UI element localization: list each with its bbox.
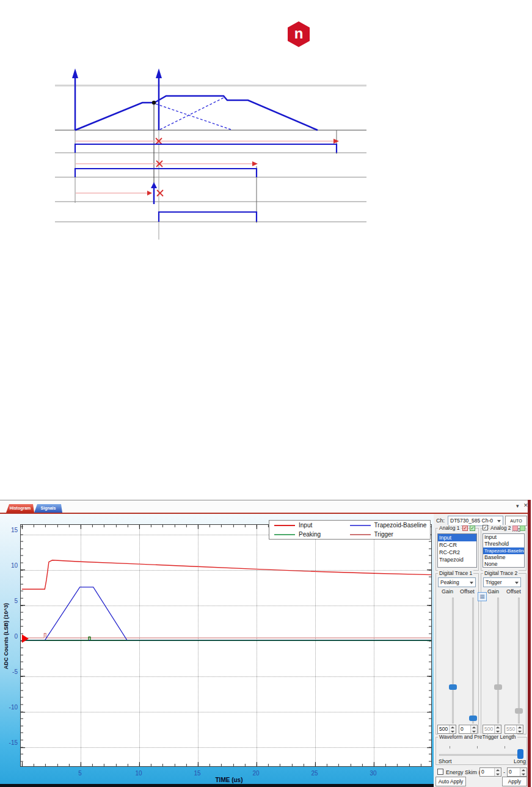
x-tick-label: 5: [73, 770, 87, 777]
gain1-slider-thumb[interactable]: [449, 684, 457, 690]
list-item[interactable]: Input: [483, 534, 524, 541]
spin-down-icon[interactable]: [471, 730, 477, 734]
list-item[interactable]: RC-CR2: [438, 549, 476, 556]
offset2-slider-track[interactable]: [518, 598, 520, 723]
channel-label: Ch:: [436, 518, 445, 524]
offset1-spinbox[interactable]: 0: [459, 725, 478, 734]
spinner-arrows[interactable]: [449, 725, 456, 733]
list-item[interactable]: Input: [438, 534, 476, 541]
plot-bottom-border: [0, 784, 434, 787]
energy-from-spinbox[interactable]: 0: [479, 767, 501, 777]
analog2-listbox: Input Threshold Trapezoid-Baseline Basel…: [483, 533, 525, 568]
list-item[interactable]: Threshold: [483, 541, 524, 547]
trigger-position-marker: [22, 634, 29, 643]
digital-trace1-value: Peaking: [440, 579, 459, 585]
offset-label: Offset: [506, 588, 521, 595]
legend-entry-peaking: Peaking: [269, 531, 345, 538]
y-tick-label: 10: [3, 562, 18, 569]
gain1-spinbox[interactable]: 500: [437, 725, 456, 734]
minimize-icon[interactable]: ▾: [516, 503, 519, 509]
offset1-slider-thumb[interactable]: [469, 716, 477, 721]
trace-input: [22, 560, 431, 589]
spin-down-icon[interactable]: [495, 730, 501, 734]
analog1-listbox: Input RC-CR RC-CR2 Trapezoid: [437, 533, 477, 568]
spinner-arrows[interactable]: [494, 768, 501, 776]
offset2-slider-thumb[interactable]: [515, 708, 523, 714]
logo-letter: n: [294, 25, 304, 42]
pretrigger-slider-track[interactable]: [439, 754, 523, 756]
plot-legend: Input Trapezoid-Baseline Peaking Trigger: [269, 520, 431, 540]
spin-down-icon[interactable]: [517, 730, 523, 734]
spinner-arrows[interactable]: [470, 725, 477, 733]
auto-apply-button[interactable]: Auto Apply: [435, 777, 466, 786]
offset2-spinbox[interactable]: 550: [505, 725, 523, 734]
tab-histogram[interactable]: Histogram: [6, 504, 34, 513]
y-tick-label: -15: [3, 739, 18, 746]
x-tick-label: 30: [366, 770, 380, 777]
pretrigger-slider-thumb[interactable]: [517, 749, 523, 759]
signal-traces: [21, 525, 431, 766]
energy-range-separator: -: [503, 769, 505, 775]
gate1-measure-line: [76, 138, 339, 144]
list-item[interactable]: Trapezoid: [438, 556, 476, 563]
energy-to-value: 0: [508, 768, 520, 776]
y-axis-title: ADC Counts (LSB) (10^3): [3, 596, 9, 676]
long-label: Long: [514, 758, 526, 764]
apply-button[interactable]: Apply: [502, 777, 527, 786]
analog2-title: Analog 2: [489, 525, 512, 531]
digital-trace2-title: Digital Trace 2: [483, 570, 519, 576]
offset1-slider-track[interactable]: [472, 598, 474, 723]
analog1-trace2-color-checkbox[interactable]: ✓: [470, 525, 475, 531]
analog1-title: Analog 1: [438, 525, 461, 531]
gate1-pulse: [75, 144, 337, 153]
chevron-down-icon: [470, 582, 473, 584]
analog2-trace1-color-swatch[interactable]: [512, 525, 518, 531]
spin-down-icon[interactable]: [495, 772, 501, 777]
grid-handle-button[interactable]: ▦: [478, 592, 487, 601]
analog2-trace2-color-swatch[interactable]: [520, 525, 525, 531]
spinner-arrows[interactable]: [520, 768, 527, 776]
gain1-slider-track[interactable]: [452, 598, 454, 723]
event-arrow-1: [72, 68, 78, 130]
legend-label: Trapezoid-Baseline: [374, 522, 427, 529]
trapezoid-timing-diagram: [52, 61, 370, 244]
trapezoid-waveform: [75, 96, 318, 130]
waveform-title: Waveform and PreTrigger Length: [438, 734, 517, 740]
channel-select-value: DT5730_585 Ch-0: [450, 518, 493, 524]
tab-signals[interactable]: Signals: [34, 504, 62, 513]
digital-trace2-select[interactable]: Trigger: [483, 577, 521, 587]
nuclear-instruments-logo: n: [286, 20, 312, 48]
list-item[interactable]: Baseline: [483, 554, 524, 561]
gain2-value: 500: [483, 725, 494, 733]
digital-trace1-select[interactable]: Peaking: [438, 577, 476, 587]
gain2-slider-track[interactable]: [497, 598, 499, 723]
spinner-arrows[interactable]: [516, 725, 523, 733]
slider-tick: [505, 746, 505, 749]
energy-to-spinbox[interactable]: 0: [507, 767, 527, 777]
plot-area[interactable]: [20, 524, 432, 767]
x-tick-label: 20: [249, 770, 263, 777]
legend-line-icon: [350, 534, 371, 535]
slider-tick: [450, 746, 450, 749]
spin-down-icon[interactable]: [520, 772, 527, 777]
gain-label: Gain: [487, 588, 499, 595]
gate2-pulse: [75, 169, 257, 177]
digital-trace1-title: Digital Trace 1: [438, 570, 473, 576]
energy-skim-checkbox[interactable]: [437, 769, 443, 775]
analog1-trace1-color-checkbox[interactable]: ✓: [462, 525, 468, 531]
legend-entry-trapezoid-baseline: Trapezoid-Baseline: [345, 522, 430, 529]
analog2-enable-checkbox[interactable]: ✓: [483, 525, 488, 530]
list-item[interactable]: None: [483, 561, 524, 568]
offset-label: Offset: [460, 588, 475, 595]
dashed-falling-edge: [156, 104, 231, 130]
gain2-slider-thumb[interactable]: [494, 684, 502, 690]
spin-down-icon[interactable]: [450, 730, 456, 734]
y-tick-label: -10: [3, 704, 18, 711]
list-item[interactable]: Trapezoid-Baseline: [483, 547, 524, 554]
legend-line-icon: [274, 534, 295, 535]
gain2-spinbox[interactable]: 500: [483, 725, 501, 734]
spinner-arrows[interactable]: [494, 725, 501, 733]
list-item[interactable]: RC-CR: [438, 541, 476, 549]
document-page: n: [0, 0, 532, 787]
x-axis-title: TIME (us): [195, 777, 263, 783]
